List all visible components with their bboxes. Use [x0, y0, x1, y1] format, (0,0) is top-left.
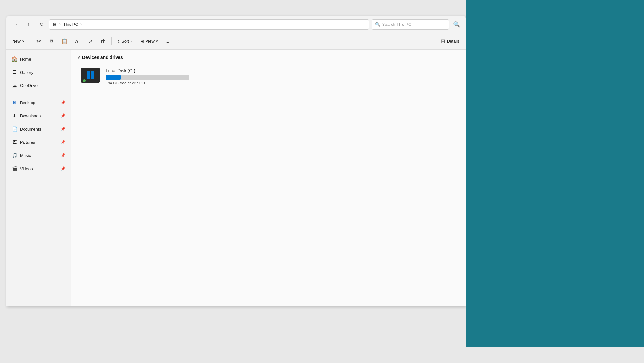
- sidebar-item-label: Pictures: [20, 140, 35, 145]
- toolbar: New ∨ ✂ ⧉ 📋 A| ↗ 🗑 ↕ Sort ∨ ⊞ V: [6, 33, 466, 50]
- drive-space-label: 194 GB free of 237 GB: [106, 81, 196, 85]
- toolbar-divider-2: [111, 37, 112, 45]
- view-button[interactable]: ⊞ View ∨: [137, 35, 161, 47]
- share-icon: ↗: [88, 38, 92, 44]
- sidebar-item-onedrive[interactable]: ☁ OneDrive: [8, 79, 69, 92]
- pin-icon: 📌: [61, 113, 65, 118]
- music-icon: 🎵: [12, 152, 17, 158]
- pin-icon: 📌: [61, 166, 65, 171]
- address-bar[interactable]: 🖥 > This PC >: [49, 19, 369, 30]
- drive-info: Local Disk (C:) 194 GB free of 237 GB: [106, 68, 196, 85]
- rename-icon: A|: [75, 39, 80, 44]
- more-button[interactable]: ...: [163, 35, 173, 47]
- drive-status-indicator: [83, 79, 86, 82]
- new-button[interactable]: New ∨: [9, 35, 27, 47]
- drive-item-c[interactable]: Local Disk (C:) 194 GB free of 237 GB: [77, 65, 200, 88]
- drive-name: Local Disk (C:): [106, 68, 196, 73]
- cut-icon: ✂: [36, 38, 41, 45]
- content-pane: ∨ Devices and drives: [71, 50, 466, 306]
- section-header: ∨ Devices and drives: [77, 55, 459, 60]
- sidebar-item-home[interactable]: 🏠 Home: [8, 53, 69, 65]
- pin-icon: 📌: [61, 127, 65, 131]
- sidebar-item-label: Documents: [20, 127, 41, 132]
- cut-button[interactable]: ✂: [33, 35, 44, 47]
- pictures-icon: 🖼: [12, 139, 17, 145]
- details-panel-icon: ⊟: [441, 38, 445, 44]
- sidebar-item-label: Desktop: [20, 100, 35, 105]
- sidebar-item-desktop[interactable]: 🖥 Desktop 📌: [8, 96, 69, 109]
- sidebar-item-gallery[interactable]: 🖼 Gallery: [8, 66, 69, 79]
- sort-button[interactable]: ↕ Sort ∨: [114, 35, 136, 47]
- pin-icon: 📌: [61, 153, 65, 158]
- sidebar-item-label: OneDrive: [20, 83, 38, 88]
- windows-logo-icon: [87, 71, 94, 79]
- pin-icon: 📌: [61, 140, 65, 144]
- delete-icon: 🗑: [100, 38, 106, 44]
- sidebar-divider: [10, 94, 67, 94]
- right-panel: [466, 0, 644, 347]
- main-content: 🏠 Home 🖼 Gallery ☁ OneDrive 🖥 Desktop 📌 …: [6, 50, 466, 306]
- paste-button[interactable]: 📋: [59, 35, 70, 47]
- sidebar-item-label: Videos: [20, 166, 33, 171]
- details-button[interactable]: ⊟ Details: [438, 35, 463, 47]
- gallery-icon: 🖼: [12, 69, 17, 75]
- sidebar-item-videos[interactable]: 🎬 Videos 📌: [8, 162, 69, 175]
- view-icon: ⊞: [140, 39, 144, 44]
- sidebar-item-downloads[interactable]: ⬇ Downloads 📌: [8, 109, 69, 122]
- search-bar[interactable]: 🔍 Search This PC: [372, 19, 449, 30]
- sidebar-item-music[interactable]: 🎵 Music 📌: [8, 149, 69, 162]
- sidebar-item-label: Home: [20, 57, 31, 62]
- search-button[interactable]: 🔍: [451, 19, 462, 30]
- copy-icon: ⧉: [50, 38, 53, 44]
- pin-icon: 📌: [61, 100, 65, 105]
- home-icon: 🏠: [12, 56, 17, 62]
- delete-button[interactable]: 🗑: [97, 35, 109, 47]
- toolbar-divider-1: [30, 37, 30, 45]
- sidebar: 🏠 Home 🖼 Gallery ☁ OneDrive 🖥 Desktop 📌 …: [6, 50, 71, 306]
- file-explorer-window: → ↑ ↻ 🖥 > This PC > 🔍 Search This PC 🔍 N…: [6, 16, 466, 306]
- sidebar-item-label: Music: [20, 153, 31, 158]
- documents-icon: 📄: [12, 126, 17, 132]
- sidebar-item-label: Downloads: [20, 113, 41, 118]
- onedrive-icon: ☁: [12, 83, 17, 88]
- up-button[interactable]: ↑: [23, 19, 33, 30]
- share-button[interactable]: ↗: [84, 35, 96, 47]
- sort-icon: ↕: [118, 38, 120, 44]
- downloads-icon: ⬇: [12, 113, 17, 119]
- drive-progress-bar: [106, 75, 189, 80]
- copy-button[interactable]: ⧉: [46, 35, 57, 47]
- sidebar-item-label: Gallery: [20, 70, 33, 75]
- desktop-icon: 🖥: [12, 100, 17, 105]
- drive-progress-fill: [106, 75, 121, 80]
- chevron-down-icon: ∨: [77, 55, 80, 60]
- videos-icon: 🎬: [12, 166, 17, 172]
- section-title: Devices and drives: [82, 55, 123, 60]
- sidebar-item-pictures[interactable]: 🖼 Pictures 📌: [8, 136, 69, 149]
- search-icon: 🔍: [375, 22, 380, 27]
- sidebar-item-documents[interactable]: 📄 Documents 📌: [8, 123, 69, 135]
- new-chevron-icon: ∨: [22, 39, 24, 43]
- drive-icon: [81, 68, 100, 85]
- drive-monitor-icon: [81, 68, 100, 83]
- sort-chevron-icon: ∨: [130, 39, 133, 43]
- computer-icon: 🖥: [52, 22, 57, 27]
- paste-icon: 📋: [62, 38, 68, 44]
- refresh-button[interactable]: ↻: [36, 19, 46, 30]
- rename-button[interactable]: A|: [71, 35, 83, 47]
- title-bar: → ↑ ↻ 🖥 > This PC > 🔍 Search This PC 🔍: [6, 16, 466, 33]
- back-button[interactable]: →: [10, 19, 21, 30]
- address-location: This PC: [63, 22, 78, 27]
- view-chevron-icon: ∨: [156, 39, 158, 43]
